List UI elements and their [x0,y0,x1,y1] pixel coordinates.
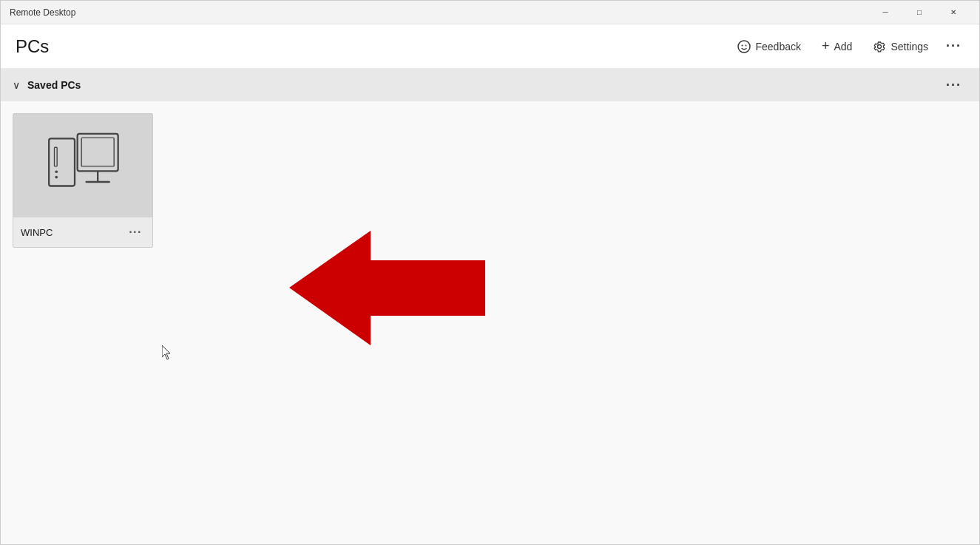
add-label: Add [834,41,852,53]
section-title: Saved PCs [27,79,81,91]
svg-rect-8 [81,138,114,166]
add-button[interactable]: + Add [813,34,861,58]
pc-card-footer: WINPC ··· [13,217,152,247]
svg-marker-11 [289,231,485,345]
feedback-label: Feedback [755,41,800,53]
svg-point-5 [55,170,58,173]
pc-card-more-button[interactable]: ··· [126,224,145,240]
window-title: Remote Desktop [10,7,75,18]
more-options-button[interactable]: ··· [940,34,967,58]
settings-button[interactable]: Settings [864,35,937,58]
gear-icon [873,40,886,53]
svg-rect-4 [55,147,58,166]
svg-point-6 [55,176,58,179]
section-header: ∨ Saved PCs ··· [1,69,979,101]
red-arrow [289,227,485,349]
app-header: PCs Feedback + Add [1,24,979,69]
settings-label: Settings [891,41,928,53]
add-icon: + [822,38,830,54]
page-title: PCs [16,36,49,57]
svg-point-1 [742,44,743,46]
close-button[interactable]: ✕ [936,1,970,24]
title-bar: Remote Desktop ─ □ ✕ [1,1,979,24]
window-controls: ─ □ ✕ [868,1,970,24]
pc-card-winpc[interactable]: WINPC ··· [13,113,153,248]
pc-card-thumbnail [13,114,152,217]
feedback-button[interactable]: Feedback [729,35,809,58]
svg-point-2 [746,44,747,46]
header-actions: Feedback + Add Settings ··· [729,34,967,58]
collapse-button[interactable]: ∨ [13,79,20,91]
section-header-left: ∨ Saved PCs [13,79,81,91]
feedback-icon [737,40,751,53]
svg-rect-3 [49,138,75,186]
svg-rect-7 [78,134,118,171]
main-content: WINPC ··· [1,101,979,544]
collapse-icon: ∨ [13,79,20,91]
maximize-button[interactable]: □ [902,1,936,24]
mouse-cursor [162,345,171,360]
pc-name: WINPC [21,227,53,238]
svg-point-0 [738,41,750,53]
minimize-button[interactable]: ─ [868,1,902,24]
section-more-button[interactable]: ··· [940,75,967,96]
